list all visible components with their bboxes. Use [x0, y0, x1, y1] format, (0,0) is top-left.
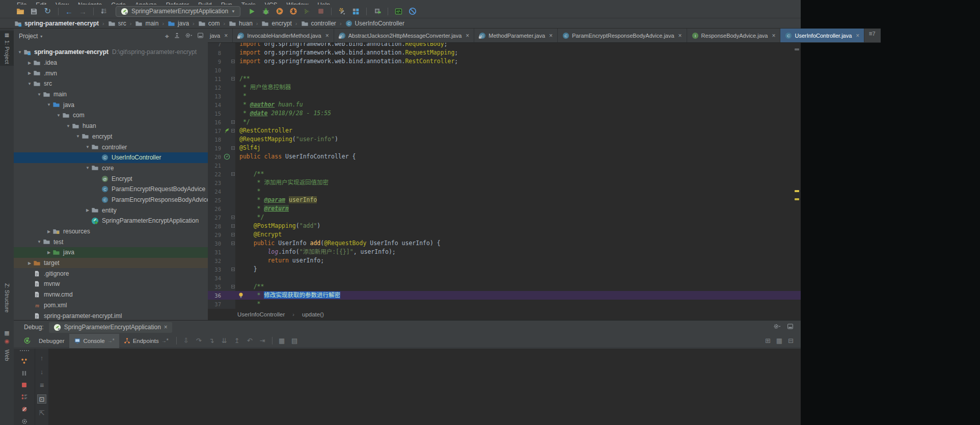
tree-item-test[interactable]: ▼test — [14, 236, 208, 247]
breadcrumb-item[interactable]: com — [198, 20, 220, 28]
tree-item-src[interactable]: ▼src — [14, 78, 208, 89]
mute-breakpoints-button[interactable] — [20, 406, 29, 413]
force-step-into-button[interactable]: ⇊ — [218, 337, 231, 344]
hidden-tabs-dropdown[interactable]: ≡7 — [864, 29, 880, 42]
menu-lines-button[interactable]: ≡ — [37, 381, 46, 390]
editor-tab-java[interactable]: java× — [208, 29, 233, 42]
tree-item-spring-parameter-encrypt.iml[interactable]: spring-parameter-encrypt.iml — [14, 310, 208, 320]
close-icon[interactable]: × — [224, 32, 228, 39]
intention-bulb[interactable] — [238, 292, 244, 299]
editor-tab-UserInfoController.java[interactable]: CUserInfoController.java× — [780, 29, 864, 42]
forward-arrow-button[interactable]: → — [76, 6, 90, 17]
locate-button[interactable]: ⌖ — [165, 33, 169, 40]
tree-item-SpringParameterEncryptApplication[interactable]: SpringParameterEncryptApplication — [14, 216, 208, 226]
chevron-down-icon[interactable]: ▾ — [40, 34, 42, 39]
fold-marker[interactable]: − — [231, 242, 235, 245]
profile-button[interactable] — [286, 6, 300, 17]
debug-session-tab[interactable]: SpringParameterEncryptApplication× — [49, 322, 172, 333]
tree-expand-arrow[interactable]: ▼ — [36, 240, 42, 244]
run-hatch-button[interactable] — [300, 6, 314, 17]
editor-breadcrumb-item[interactable]: update() — [302, 311, 324, 317]
tree-item-Encrypt[interactable]: @Encrypt — [14, 173, 208, 184]
tree-expand-arrow[interactable]: ▼ — [85, 145, 91, 149]
tree-item-.gitignore[interactable]: .gitignore — [14, 268, 208, 279]
run-button[interactable] — [245, 6, 259, 17]
rerun-button[interactable] — [20, 335, 34, 347]
tree-item-.mvn[interactable]: ▶.mvn — [14, 68, 208, 78]
editor-tab-MethodParameter.java[interactable]: CMethodParameter.java× — [474, 29, 558, 42]
close-icon[interactable]: × — [772, 32, 775, 39]
run-coverage-button[interactable] — [273, 6, 286, 17]
close-icon[interactable]: × — [325, 32, 329, 39]
no-entry-button[interactable] — [405, 6, 419, 17]
fold-marker[interactable]: − — [231, 120, 235, 124]
tree-expand-arrow[interactable]: ▶ — [26, 61, 33, 65]
toolbar-drag-handle[interactable] — [20, 350, 29, 352]
close-icon[interactable]: × — [856, 32, 859, 39]
run-to-cursor-button[interactable]: ⇥ — [256, 337, 269, 344]
tree-item-pom.xml[interactable]: mpom.xml — [14, 300, 208, 311]
tool-window-button-web[interactable]: Web — [0, 350, 14, 361]
breadcrumb-item[interactable]: main — [135, 20, 158, 28]
tree-item-ParamEncryptRequestBodyAdvice[interactable]: CParamEncryptRequestBodyAdvice — [14, 184, 208, 195]
view-breakpoints-button[interactable] — [20, 393, 29, 401]
tree-item-com[interactable]: ▼com — [14, 110, 208, 121]
step-into-button[interactable]: ↴ — [205, 337, 218, 344]
tree-expand-arrow[interactable]: ▼ — [56, 113, 62, 118]
tree-expand-arrow[interactable]: ▼ — [26, 82, 33, 86]
tree-expand-arrow[interactable]: ▼ — [36, 92, 42, 97]
tree-item-mvnw.cmd[interactable]: mvnw.cmd — [14, 289, 208, 300]
breadcrumb-item[interactable]: controller — [301, 20, 336, 28]
fold-marker[interactable]: − — [231, 60, 235, 63]
tree-item-main[interactable]: ▼main — [14, 89, 208, 100]
breadcrumb-item[interactable]: java — [168, 20, 189, 28]
hide-bar-button[interactable] — [197, 32, 204, 40]
close-icon[interactable]: × — [466, 32, 469, 39]
activity-monitor-button[interactable] — [392, 6, 405, 17]
close-icon[interactable]: × — [549, 32, 553, 39]
editor-tab-ResponseBodyAdvice.java[interactable]: IResponseBodyAdvice.java× — [687, 29, 781, 42]
fold-marker[interactable]: − — [231, 224, 235, 228]
drop-frame-button[interactable]: ↶ — [243, 337, 256, 344]
memory-view-button[interactable]: ▤ — [288, 337, 301, 344]
tool-window-button-project[interactable]: ▦1: Project — [0, 31, 14, 66]
tool-window-button-structure[interactable]: Z: Structure — [0, 283, 14, 312]
tree-expand-arrow[interactable]: ▼ — [17, 50, 23, 55]
fold-marker[interactable]: − — [231, 172, 235, 176]
tree-item-target[interactable]: ▶target — [14, 258, 208, 269]
error-stripe[interactable] — [793, 43, 801, 309]
code-editor[interactable]: 7import org.springframework.web.bind.ann… — [208, 43, 801, 320]
tree-item-UserInfoController[interactable]: CUserInfoController — [14, 152, 208, 163]
tree-expand-arrow[interactable]: ▶ — [26, 261, 33, 265]
hide-bar-button[interactable] — [787, 323, 794, 331]
tree-expand-arrow[interactable]: ▼ — [75, 134, 81, 139]
tree-expand-arrow[interactable]: ▼ — [65, 124, 71, 128]
stripe-icon-group[interactable]: ▦◉ — [0, 330, 14, 344]
collapse-all-button[interactable] — [174, 32, 180, 40]
editor-tab-InvocableHandlerMethod.java[interactable]: CInvocableHandlerMethod.java× — [233, 29, 334, 42]
services-grid-button[interactable] — [349, 6, 363, 17]
fold-marker[interactable]: − — [231, 285, 235, 288]
stop-button[interactable] — [314, 6, 328, 17]
layout-active-button[interactable]: ⊡ — [37, 394, 46, 404]
export-button[interactable]: ⇱ — [37, 408, 46, 417]
tree-item-.idea[interactable]: ▶.idea — [14, 58, 208, 68]
close-icon[interactable]: × — [678, 32, 682, 39]
tree-expand-arrow[interactable]: ▶ — [26, 71, 33, 75]
run-configuration-select[interactable]: SpringParameterEncryptApplication▼ — [116, 6, 240, 17]
bytecode-button[interactable]: 0110 — [97, 6, 111, 17]
breadcrumb-item[interactable]: huan — [229, 20, 253, 28]
breadcrumb-item[interactable]: src — [108, 20, 126, 28]
tree-item-encrypt[interactable]: ▼encrypt — [14, 131, 208, 142]
fold-marker[interactable]: − — [231, 146, 235, 150]
fold-marker[interactable]: − — [231, 129, 235, 132]
debug-tab-debugger[interactable]: Debugger — [34, 334, 69, 348]
tree-item-java[interactable]: ▼java — [14, 99, 208, 110]
red-dot-icon[interactable]: ◉ — [5, 338, 10, 344]
show-execution-point-button[interactable]: ⇩ — [180, 337, 193, 344]
gear-small-button[interactable] — [20, 417, 29, 425]
debug-button[interactable] — [259, 6, 273, 17]
close-icon[interactable]: × — [164, 324, 168, 331]
breadcrumb-item[interactable]: CUserInfoController — [345, 20, 404, 27]
tree-expand-arrow[interactable]: ▶ — [46, 250, 52, 255]
